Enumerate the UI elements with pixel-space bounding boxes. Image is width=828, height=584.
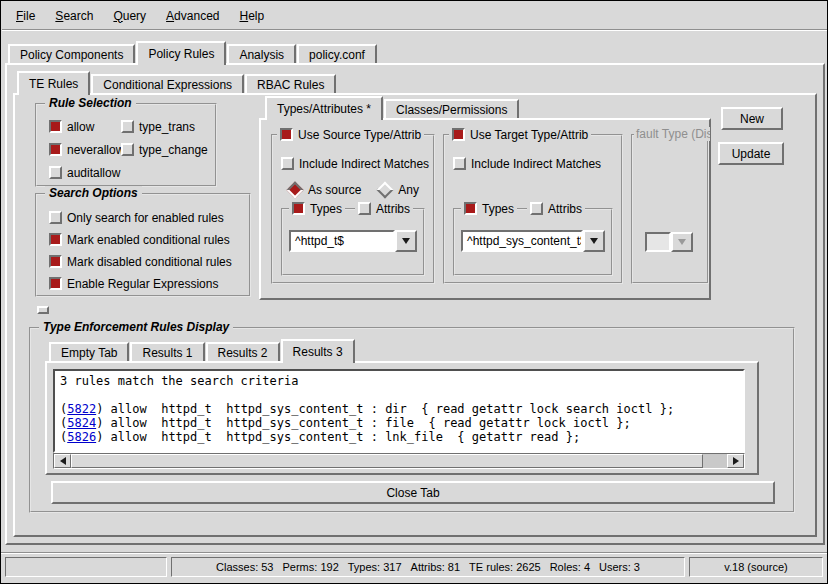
- types-attributes-tab-bar: Types/Attributes * Classes/Permissions: [265, 96, 520, 118]
- checkbox-indicator: [452, 128, 465, 141]
- results-summary: 3 rules match the search criteria: [60, 374, 738, 388]
- tab-results-2[interactable]: Results 2: [206, 342, 280, 361]
- checkbox-label: Enable Regular Expressions: [67, 277, 218, 291]
- statusbar-left-panel: [5, 557, 167, 577]
- target-type-combobox[interactable]: ^httpd_sys_content_t$: [461, 230, 605, 252]
- checkbox-indicator: [49, 143, 62, 156]
- tab-rbac-rules[interactable]: RBAC Rules: [245, 74, 336, 93]
- tab-conditional-expressions[interactable]: Conditional Expressions: [91, 74, 244, 93]
- source-attribs-checkbox[interactable]: Attribs: [355, 201, 413, 216]
- search-options-group: Search Options Only search for enabled r…: [35, 193, 251, 297]
- radio-as-source[interactable]: As source: [287, 182, 361, 197]
- checkbox-label: Only search for enabled rules: [67, 211, 224, 225]
- use-target-type-checkbox[interactable]: Use Target Type/Attrib: [449, 127, 591, 142]
- checkbox-label: type_change: [139, 143, 208, 157]
- results-text-area[interactable]: 3 rules match the search criteria (5822)…: [53, 369, 745, 453]
- scrollbar-track[interactable]: [71, 454, 727, 468]
- horizontal-scrollbar[interactable]: [53, 453, 745, 469]
- rule-id-link[interactable]: 5826: [67, 430, 96, 444]
- rule-line: (5824) allow httpd_t httpd_sys_content_t…: [60, 416, 738, 430]
- checkbox-auditallow[interactable]: auditallow: [49, 165, 124, 180]
- source-types-attribs-group: Types Attribs ^httpd_t$: [281, 208, 425, 276]
- source-type-combobox[interactable]: ^httpd_t$: [289, 230, 417, 252]
- default-type-combo-value: [645, 232, 671, 252]
- target-combo-dropdown-button[interactable]: [583, 230, 605, 252]
- tab-results-3[interactable]: Results 3: [281, 339, 355, 363]
- radio-indicator: [377, 181, 394, 198]
- source-combo-dropdown-button[interactable]: [395, 230, 417, 252]
- source-radio-row: As source Any: [287, 182, 419, 197]
- checkbox-label: Mark enabled conditional rules: [67, 233, 230, 247]
- update-button[interactable]: Update: [718, 142, 784, 165]
- source-types-attribs-title: Types Attribs: [289, 201, 413, 216]
- checkbox-indicator: [121, 120, 134, 133]
- tab-policy-conf[interactable]: policy.conf: [297, 44, 377, 63]
- target-attribs-checkbox[interactable]: Attribs: [527, 201, 585, 216]
- search-options-title: Search Options: [45, 186, 142, 200]
- checkbox-indicator: [453, 157, 466, 170]
- checkbox-only-enabled-rules[interactable]: Only search for enabled rules: [49, 210, 232, 225]
- rule-text: ) allow httpd_t httpd_sys_content_t : ln…: [96, 430, 580, 444]
- statusbar-stats-panel: Classes: 53 Perms: 192 Types: 317 Attrib…: [171, 557, 685, 577]
- checkbox-indicator: [49, 277, 62, 290]
- rule-selection-col2: type_trans type_change: [121, 119, 208, 157]
- source-type-combo-value[interactable]: ^httpd_t$: [289, 230, 395, 252]
- source-include-indirect-checkbox[interactable]: Include Indirect Matches: [281, 156, 429, 171]
- checkbox-mark-enabled-conditional[interactable]: Mark enabled conditional rules: [49, 232, 232, 247]
- use-source-type-checkbox[interactable]: Use Source Type/Attrib: [277, 127, 424, 142]
- tab-te-rules[interactable]: TE Rules: [17, 71, 90, 95]
- chevron-down-icon: [402, 238, 410, 244]
- tab-policy-rules[interactable]: Policy Rules: [136, 41, 226, 65]
- statusbar-version-panel: v.18 (source): [689, 557, 823, 577]
- blank-line: [60, 388, 738, 402]
- checkbox-label: allow: [67, 120, 94, 134]
- target-include-indirect-checkbox[interactable]: Include Indirect Matches: [453, 156, 601, 171]
- checkbox-type-change[interactable]: type_change: [121, 142, 208, 157]
- chevron-down-icon: [590, 238, 598, 244]
- target-type-group: Use Target Type/Attrib Include Indirect …: [443, 134, 623, 284]
- tab-empty[interactable]: Empty Tab: [49, 342, 129, 361]
- rule-selection-title: Rule Selection: [45, 96, 136, 110]
- tab-analysis[interactable]: Analysis: [227, 44, 296, 63]
- source-types-checkbox[interactable]: Types: [289, 201, 345, 216]
- target-type-combo-value[interactable]: ^httpd_sys_content_t$: [461, 230, 583, 252]
- checkbox-enable-regex[interactable]: Enable Regular Expressions: [49, 276, 232, 291]
- policy-version-label: v.18 (source): [724, 561, 787, 573]
- scroll-left-button[interactable]: [54, 454, 71, 468]
- menu-query[interactable]: Query: [103, 6, 156, 26]
- radio-indicator: [287, 181, 304, 198]
- scrollbar-thumb[interactable]: [71, 454, 703, 468]
- checkbox-indicator: [530, 202, 543, 215]
- stat-perms: Perms: 192: [283, 561, 339, 573]
- checkbox-label: Include Indirect Matches: [471, 157, 601, 171]
- tab-results-1[interactable]: Results 1: [130, 342, 204, 361]
- rule-text: ) allow httpd_t httpd_sys_content_t : fi…: [96, 416, 631, 430]
- radio-label: Any: [398, 183, 419, 197]
- checkbox-mark-disabled-conditional[interactable]: Mark disabled conditional rules: [49, 254, 232, 269]
- scroll-right-button[interactable]: [727, 454, 744, 468]
- checkbox-indicator: [280, 128, 293, 141]
- checkbox-label: Types: [310, 202, 342, 216]
- tab-classes-permissions[interactable]: Classes/Permissions: [384, 99, 519, 118]
- pane-sash-handle[interactable]: [37, 306, 49, 314]
- rule-id-link[interactable]: 5822: [67, 402, 96, 416]
- statusbar-separator: [1, 552, 828, 554]
- rule-id-link[interactable]: 5824: [67, 416, 96, 430]
- checkbox-allow[interactable]: allow: [49, 119, 124, 134]
- radio-any[interactable]: Any: [377, 182, 419, 197]
- menu-help[interactable]: Help: [229, 6, 274, 26]
- tab-policy-components[interactable]: Policy Components: [8, 44, 135, 63]
- default-combo-dropdown-button: [671, 232, 693, 252]
- checkbox-neverallow[interactable]: neverallow: [49, 142, 124, 157]
- tab-types-attributes[interactable]: Types/Attributes *: [265, 96, 383, 120]
- menu-file[interactable]: File: [6, 6, 45, 26]
- close-tab-button[interactable]: Close Tab: [51, 481, 775, 504]
- menu-advanced[interactable]: Advanced: [156, 6, 229, 26]
- stat-te-rules: TE rules: 2625: [469, 561, 541, 573]
- checkbox-type-trans[interactable]: type_trans: [121, 119, 208, 134]
- checkbox-label: Types: [482, 202, 514, 216]
- target-types-checkbox[interactable]: Types: [461, 201, 517, 216]
- menu-search[interactable]: Search: [45, 6, 103, 26]
- new-button[interactable]: New: [721, 107, 783, 130]
- default-type-combobox: [645, 232, 693, 252]
